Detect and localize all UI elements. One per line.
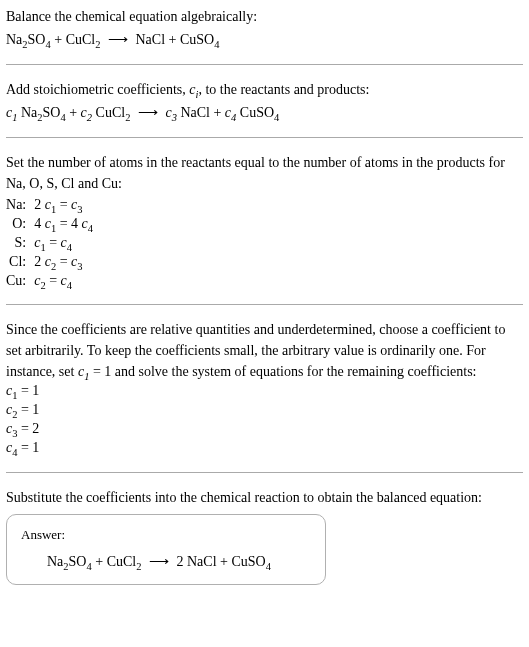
atom-balance-table: Na:2 c1 = c3O:4 c1 = 4 c4S:c1 = c4Cl:2 c…: [6, 196, 99, 290]
balance-equation: 2 c2 = c3: [34, 253, 99, 272]
table-row: O:4 c1 = 4 c4: [6, 215, 99, 234]
arrow-icon: ⟶: [138, 102, 158, 123]
choose-coefficient-section: Since the coefficients are relative quan…: [6, 319, 523, 458]
element-label: Cu:: [6, 272, 34, 291]
element-label: Cl:: [6, 253, 34, 272]
reactant-na2so4: Na2SO4: [21, 105, 66, 120]
intro-text: Balance the chemical equation algebraica…: [6, 6, 523, 27]
product-nacl: NaCl: [180, 105, 210, 120]
equation-with-coefficients: c1 Na2SO4 + c2 CuCl2 ⟶ c3 NaCl + c4 CuSO…: [6, 102, 523, 123]
coefficient-value: c2 = 1: [6, 401, 523, 420]
answer-box: Answer: Na2SO4 + CuCl2 ⟶ 2 NaCl + CuSO4: [6, 514, 326, 585]
substitute-text: Substitute the coefficients into the che…: [6, 487, 523, 508]
balance-equation: c2 = c4: [34, 272, 99, 291]
product-cuso4: CuSO4: [240, 105, 279, 120]
table-row: Cu:c2 = c4: [6, 272, 99, 291]
balance-equation: c1 = c4: [34, 234, 99, 253]
product-nacl: NaCl: [135, 32, 165, 47]
atom-balance-section: Set the number of atoms in the reactants…: [6, 152, 523, 290]
balance-equation: 4 c1 = 4 c4: [34, 215, 99, 234]
coefficient-value: c4 = 1: [6, 439, 523, 458]
coefficient-list: c1 = 1c2 = 1c3 = 2c4 = 1: [6, 382, 523, 458]
arrow-icon: ⟶: [108, 29, 128, 50]
balance-equation: 2 c1 = c3: [34, 196, 99, 215]
substitute-section: Substitute the coefficients into the che…: [6, 487, 523, 508]
stoich-section: Add stoichiometric coefficients, ci, to …: [6, 79, 523, 123]
balanced-equation: Na2SO4 + CuCl2 ⟶ 2 NaCl + CuSO4: [21, 551, 311, 572]
table-row: Na:2 c1 = c3: [6, 196, 99, 215]
divider: [6, 472, 523, 473]
reactant-cucl2: CuCl2: [96, 105, 131, 120]
table-row: S:c1 = c4: [6, 234, 99, 253]
product-nacl: NaCl: [187, 554, 217, 569]
answer-label: Answer:: [21, 525, 311, 545]
atom-balance-text: Set the number of atoms in the reactants…: [6, 152, 523, 194]
divider: [6, 137, 523, 138]
table-row: Cl:2 c2 = c3: [6, 253, 99, 272]
divider: [6, 304, 523, 305]
intro-section: Balance the chemical equation algebraica…: [6, 6, 523, 50]
coefficient-value: c3 = 2: [6, 420, 523, 439]
equation-unbalanced: Na2SO4 + CuCl2 ⟶ NaCl + CuSO4: [6, 29, 523, 50]
element-label: S:: [6, 234, 34, 253]
reactant-cucl2: CuCl2: [107, 554, 142, 569]
product-cuso4: CuSO4: [180, 32, 219, 47]
arrow-icon: ⟶: [149, 551, 169, 572]
divider: [6, 64, 523, 65]
coefficient-value: c1 = 1: [6, 382, 523, 401]
reactant-na2so4: Na2SO4: [6, 32, 51, 47]
reactant-na2so4: Na2SO4: [47, 554, 92, 569]
element-label: O:: [6, 215, 34, 234]
product-cuso4: CuSO4: [231, 554, 270, 569]
element-label: Na:: [6, 196, 34, 215]
choose-text: Since the coefficients are relative quan…: [6, 319, 523, 382]
reactant-cucl2: CuCl2: [66, 32, 101, 47]
stoich-text: Add stoichiometric coefficients, ci, to …: [6, 79, 523, 100]
